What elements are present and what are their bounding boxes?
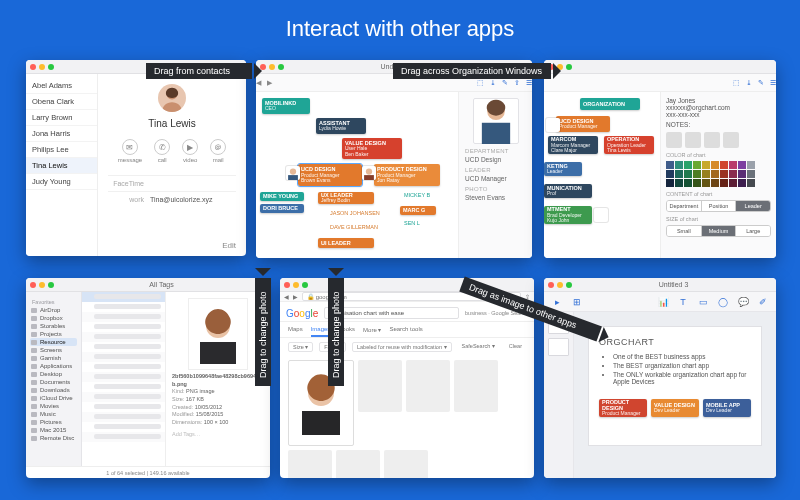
palette-swatch[interactable]: [711, 170, 719, 178]
sidebar-item[interactable]: AirDrop: [30, 306, 77, 314]
mini-avatar[interactable]: [685, 132, 701, 148]
slide-thumb[interactable]: [548, 338, 569, 356]
google-tabs[interactable]: Maps Images Books More ▾ Search tools: [280, 322, 534, 338]
file-item[interactable]: [82, 342, 165, 352]
org-leaf[interactable]: SEN L: [404, 220, 420, 226]
minimize-icon[interactable]: [269, 64, 275, 70]
sidebar-item[interactable]: Music: [30, 410, 77, 418]
palette-swatch[interactable]: [684, 179, 692, 187]
toolbar-icon[interactable]: ◀︎: [256, 79, 261, 87]
row-value[interactable]: Tina@uicolorize.xyz: [150, 196, 212, 203]
message-button[interactable]: ✉︎message: [118, 139, 142, 163]
mini-avatar[interactable]: [704, 132, 720, 148]
result-thumb[interactable]: [288, 450, 332, 478]
contact-item[interactable]: Abel Adams: [26, 78, 97, 94]
file-item[interactable]: [82, 422, 165, 432]
palette-swatch[interactable]: [675, 170, 683, 178]
contact-item[interactable]: Obena Clark: [26, 94, 97, 110]
orgchart2-canvas[interactable]: ORGANIZATION UCD DESIGNProduct Manager M…: [544, 92, 660, 258]
sidebar-item[interactable]: Downloads: [30, 386, 77, 394]
orgchart2-toolbar[interactable]: ⬚ ⤓ ✎ ☰: [544, 74, 776, 92]
chart-icon[interactable]: 📊: [656, 295, 670, 309]
file-item[interactable]: [82, 332, 165, 342]
contact-avatar[interactable]: [158, 84, 186, 112]
close-icon[interactable]: [284, 282, 290, 288]
zoom-icon[interactable]: [566, 64, 572, 70]
seg-option[interactable]: Medium: [702, 226, 737, 236]
palette-swatch[interactable]: [684, 170, 692, 178]
file-item[interactable]: [82, 372, 165, 382]
tab-search-tools[interactable]: Search tools: [389, 326, 422, 337]
sidebar-item[interactable]: Applications: [30, 362, 77, 370]
zoom-icon[interactable]: [302, 282, 308, 288]
seg-option[interactable]: Small: [667, 226, 702, 236]
mail-button[interactable]: ＠mail: [210, 139, 226, 163]
palette-swatch[interactable]: [711, 179, 719, 187]
zoom-icon[interactable]: [48, 282, 54, 288]
org2-card[interactable]: MUNICATIONProf: [544, 184, 592, 198]
tab-maps[interactable]: Maps: [288, 326, 303, 337]
slide-heading[interactable]: ORGCHART: [599, 337, 751, 347]
orgchart-canvas[interactable]: MOBILINKDCEO ASSISTANTLydia Howie VALUE …: [256, 92, 458, 258]
slide-content[interactable]: ORGCHART One of the BEST business apps T…: [588, 326, 762, 446]
file-item[interactable]: [82, 392, 165, 402]
palette-swatch[interactable]: [738, 179, 746, 187]
toolbar-icon[interactable]: ✎: [502, 79, 508, 87]
sidebar-item-selected[interactable]: Resource: [30, 338, 77, 346]
seg-option[interactable]: Large: [736, 226, 770, 236]
toolbar-icon[interactable]: ☰: [526, 79, 532, 87]
sidebar-item[interactable]: Screens: [30, 346, 77, 354]
palette-swatch[interactable]: [702, 179, 710, 187]
close-icon[interactable]: [548, 282, 554, 288]
slide-card[interactable]: PRODUCT DESIGNProduct Manager: [599, 399, 647, 417]
palette-swatch[interactable]: [720, 179, 728, 187]
call-button[interactable]: ✆call: [154, 139, 170, 163]
edit-button[interactable]: Edit: [222, 241, 236, 250]
zoom-icon[interactable]: [48, 64, 54, 70]
google-filters[interactable]: Size ▾ Face ▾ Labeled for reuse with mod…: [280, 338, 534, 356]
sidebar-item[interactable]: Remote Disc: [30, 434, 77, 442]
close-icon[interactable]: [30, 64, 36, 70]
contacts-list[interactable]: Abel Adams Obena Clark Larry Brown Jona …: [26, 74, 98, 256]
palette-swatch[interactable]: [738, 170, 746, 178]
preview-image[interactable]: [188, 298, 248, 370]
slide-card[interactable]: VALUE DESIGNDev Leader: [651, 399, 699, 417]
traffic-lights[interactable]: [30, 64, 54, 70]
bullet[interactable]: The ONLY workable organization chart app…: [613, 371, 751, 385]
org-chip[interactable]: DORI BRUCE: [260, 204, 304, 213]
palette-swatch[interactable]: [702, 170, 710, 178]
palette-swatch[interactable]: [666, 170, 674, 178]
slide-card[interactable]: MOBILE APPDev Leader: [703, 399, 751, 417]
org-chip[interactable]: MIKE YOUNG: [260, 192, 304, 201]
google-search-field[interactable]: organisation chart with ease: [324, 307, 459, 319]
keynote-thumbnails[interactable]: [544, 312, 574, 478]
palette-swatch[interactable]: [738, 161, 746, 169]
palette-swatch[interactable]: [702, 161, 710, 169]
toolbar-icon[interactable]: ⬚: [733, 79, 740, 87]
sidebar-item[interactable]: Storables: [30, 322, 77, 330]
color-palette[interactable]: [666, 161, 771, 187]
finder-sidebar[interactable]: Favorites AirDrop Dropbox Storables Proj…: [26, 292, 82, 466]
org-card-value-design[interactable]: VALUE DESIGNUser HaleBen Baker: [342, 138, 402, 159]
org-card-ux-leader[interactable]: UX LEADERJeffrey Bodin: [318, 192, 374, 204]
org-card-assistant[interactable]: ASSISTANTLydia Howie: [316, 118, 366, 134]
sidebar-item[interactable]: Desktop: [30, 370, 77, 378]
sidebar-item[interactable]: Garnish: [30, 354, 77, 362]
palette-swatch[interactable]: [747, 179, 755, 187]
filter-rights[interactable]: Labeled for reuse with modification ▾: [352, 342, 452, 352]
seg-option[interactable]: Leader: [736, 201, 770, 211]
contact-item[interactable]: Jona Harris: [26, 126, 97, 142]
filter-size[interactable]: Size ▾: [288, 342, 313, 352]
card-photo[interactable]: [362, 166, 376, 180]
contact-item[interactable]: Larry Brown: [26, 110, 97, 126]
palette-swatch[interactable]: [675, 161, 683, 169]
toolbar-icon[interactable]: ⤓: [746, 79, 752, 87]
bullet[interactable]: One of the BEST business apps: [613, 353, 751, 360]
finder-file-list[interactable]: [82, 292, 166, 466]
file-item[interactable]: [82, 322, 165, 332]
org2-card[interactable]: ORGANIZATION: [580, 98, 640, 110]
card-photo[interactable]: [286, 166, 300, 180]
close-icon[interactable]: [30, 282, 36, 288]
shape-icon[interactable]: ▭: [696, 295, 710, 309]
palette-swatch[interactable]: [684, 161, 692, 169]
